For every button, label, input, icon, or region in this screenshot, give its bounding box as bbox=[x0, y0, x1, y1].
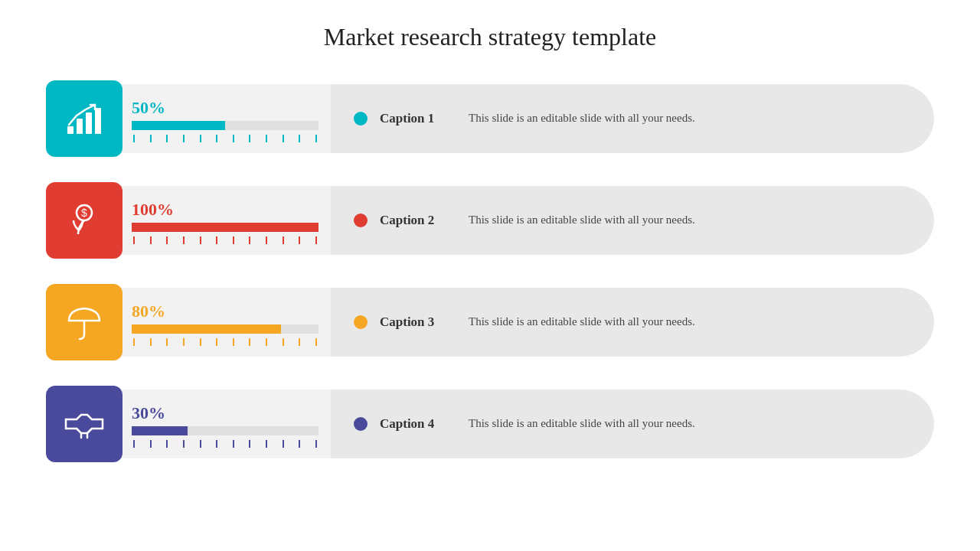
caption-label-4: Caption 4 bbox=[380, 416, 456, 432]
progress-section-4: 30% bbox=[116, 390, 331, 458]
tick-marks-4 bbox=[132, 440, 318, 448]
progress-section-1: 50% bbox=[116, 84, 331, 153]
icon-box-2: $ bbox=[46, 182, 122, 259]
row-4: 30% Caption 4 This slide is an editable … bbox=[46, 380, 934, 468]
svg-text:$: $ bbox=[81, 207, 87, 219]
dot-4 bbox=[354, 417, 368, 431]
progress-fill-1 bbox=[132, 121, 225, 130]
progress-section-3: 80% bbox=[116, 288, 331, 357]
caption-text-4: This slide is an editable slide with all… bbox=[469, 415, 695, 432]
progress-track-1 bbox=[132, 121, 318, 130]
progress-track-3 bbox=[132, 324, 318, 334]
rows-container: 50% Caption 1 This slide is an editable … bbox=[46, 74, 934, 468]
row-2: $ 100% Caption 2 This slide is an editab… bbox=[46, 176, 934, 264]
progress-track-4 bbox=[132, 426, 318, 435]
svg-rect-2 bbox=[86, 112, 92, 134]
caption-label-3: Caption 3 bbox=[380, 315, 456, 330]
icon-box-1 bbox=[46, 80, 122, 157]
page-title: Market research strategy template bbox=[324, 23, 656, 51]
row-3: 80% Caption 3 This slide is an editable … bbox=[46, 278, 934, 366]
progress-fill-3 bbox=[132, 324, 281, 334]
percentage-1: 50% bbox=[132, 98, 318, 118]
icon-box-3 bbox=[46, 284, 122, 360]
percentage-2: 100% bbox=[132, 200, 318, 220]
icon-box-4 bbox=[46, 386, 122, 462]
row-1: 50% Caption 1 This slide is an editable … bbox=[46, 74, 934, 162]
progress-fill-2 bbox=[132, 223, 318, 232]
tick-marks-1 bbox=[132, 135, 318, 142]
svg-rect-0 bbox=[67, 126, 74, 134]
info-section-4: Caption 4 This slide is an editable slid… bbox=[331, 390, 934, 458]
tick-marks-3 bbox=[132, 338, 318, 346]
tick-marks-2 bbox=[132, 236, 318, 244]
info-section-3: Caption 3 This slide is an editable slid… bbox=[331, 288, 934, 357]
dot-1 bbox=[354, 112, 368, 126]
info-section-2: Caption 2 This slide is an editable slid… bbox=[331, 186, 934, 255]
svg-rect-1 bbox=[77, 119, 83, 134]
progress-section-2: 100% bbox=[116, 186, 331, 255]
percentage-3: 80% bbox=[132, 302, 318, 321]
caption-text-1: This slide is an editable slide with all… bbox=[469, 109, 695, 127]
dot-3 bbox=[354, 315, 368, 329]
caption-label-1: Caption 1 bbox=[380, 111, 456, 126]
dot-2 bbox=[354, 214, 368, 227]
percentage-4: 30% bbox=[132, 403, 318, 423]
caption-text-2: This slide is an editable slide with all… bbox=[469, 211, 695, 229]
info-section-1: Caption 1 This slide is an editable slid… bbox=[331, 84, 934, 153]
progress-track-2 bbox=[132, 223, 318, 232]
svg-rect-3 bbox=[95, 108, 101, 134]
caption-label-2: Caption 2 bbox=[380, 213, 456, 228]
progress-fill-4 bbox=[132, 426, 188, 435]
caption-text-3: This slide is an editable slide with all… bbox=[469, 313, 695, 331]
